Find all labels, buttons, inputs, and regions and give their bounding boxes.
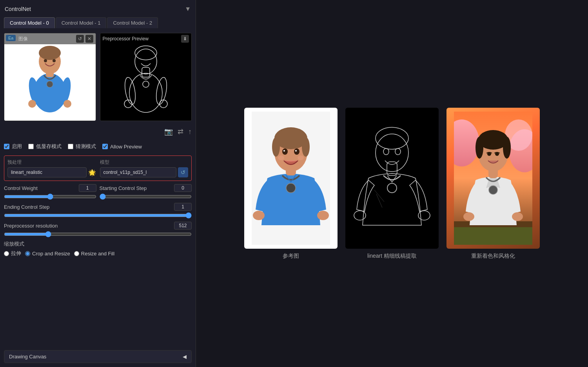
result-art-content xyxy=(446,108,540,249)
tab-control-model-0[interactable]: Control Model - 0 xyxy=(4,17,55,28)
crop-radio[interactable]: Crop and Resize xyxy=(25,250,70,257)
result-item-0: 参考图 xyxy=(244,108,338,260)
scale-mode-radio-group: 拉伸 Crop and Resize Resize and Fill xyxy=(4,250,192,257)
preview-image-box: Preprocessor Preview ⬇ xyxy=(100,33,192,121)
crop-radio-input[interactable] xyxy=(25,251,30,256)
model-col: 模型 control_v11p_sd15_l ↺ xyxy=(100,159,189,177)
fire-icon[interactable]: 🌟 xyxy=(88,169,96,176)
input-image-content[interactable] xyxy=(4,33,96,121)
svg-point-60 xyxy=(495,152,499,156)
result-sketch-content xyxy=(345,108,439,249)
control-weight-value[interactable]: 1 xyxy=(79,184,96,192)
tab-control-model-2[interactable]: Control Model - 2 xyxy=(107,17,158,28)
camera-icon[interactable]: 📷 xyxy=(164,127,173,136)
input-image-header: Ea 图像 ↺ ✕ xyxy=(4,33,96,44)
model-label: 模型 xyxy=(100,159,189,166)
left-panel: ControlNet ▼ Control Model - 0 Control M… xyxy=(0,0,196,367)
drawing-canvas-icon: ◀ xyxy=(183,354,187,360)
panel-header: ControlNet ▼ xyxy=(4,4,192,14)
preview-image-header: Preprocessor Preview ⬇ xyxy=(100,33,192,44)
panel-collapse-icon[interactable]: ▼ xyxy=(185,5,191,13)
result-label-1: lineart 精细线稿提取 xyxy=(367,253,417,260)
upload-icon[interactable]: ↑ xyxy=(188,128,192,136)
starting-step-value[interactable]: 0 xyxy=(174,184,192,192)
enable-checkbox-input[interactable] xyxy=(4,144,9,149)
drawing-canvas-label: Drawing Canvas xyxy=(9,354,46,360)
result-photo-content xyxy=(244,108,338,249)
svg-point-19 xyxy=(143,81,149,87)
svg-point-10 xyxy=(47,81,53,87)
ending-step-header: Ending Control Step 1 xyxy=(4,203,192,211)
stretch-radio-input[interactable] xyxy=(4,251,9,256)
guess-mode-checkbox-input[interactable] xyxy=(68,144,73,149)
svg-point-30 xyxy=(282,148,288,155)
enable-checkbox[interactable]: 启用 xyxy=(4,143,22,150)
resolution-slider[interactable] xyxy=(4,231,192,237)
input-image-box: Ea 图像 ↺ ✕ xyxy=(4,33,96,121)
svg-point-3 xyxy=(28,100,36,108)
low-vram-checkbox-input[interactable] xyxy=(28,144,34,149)
model-select-wrapper: control_v11p_sd15_l ↺ xyxy=(100,167,189,177)
preprocessor-select-wrapper: lineart_realistic 🌟 xyxy=(7,167,96,177)
ending-step-label: Ending Control Step xyxy=(4,204,49,210)
control-weight-slider[interactable] xyxy=(4,193,96,200)
result-item-1: lineart 精细线稿提取 xyxy=(345,108,439,260)
svg-point-34 xyxy=(286,183,296,193)
svg-point-32 xyxy=(283,150,285,152)
drawing-canvas-bar[interactable]: Drawing Canvas ◀ xyxy=(4,350,192,363)
starting-step-slider[interactable] xyxy=(100,193,192,200)
svg-point-17 xyxy=(135,49,157,74)
result-item-2: 重新着色和风格化 xyxy=(446,108,540,260)
swap-icon[interactable]: ⇄ xyxy=(178,127,183,136)
image-row: Ea 图像 ↺ ✕ xyxy=(4,33,192,121)
panel-title: ControlNet xyxy=(5,6,31,12)
svg-point-27 xyxy=(302,137,310,157)
preprocessor-label: 预处理 xyxy=(7,159,96,166)
resolution-label: Preprocessor resolution xyxy=(4,223,58,229)
tab-control-model-1[interactable]: Control Model - 1 xyxy=(56,17,107,28)
svg-point-22 xyxy=(317,211,329,220)
close-image-btn[interactable]: ✕ xyxy=(85,35,93,43)
ending-step-row: Ending Control Step 1 xyxy=(4,203,192,219)
results-row: 参考图 xyxy=(244,108,540,260)
result-sketch-svg xyxy=(353,112,431,245)
svg-point-59 xyxy=(487,152,491,156)
svg-rect-51 xyxy=(454,227,532,245)
resolution-row: Preprocessor resolution 512 xyxy=(4,222,192,237)
allow-preview-checkbox-input[interactable] xyxy=(102,144,108,149)
starting-step-col: Starting Control Step 0 xyxy=(100,184,192,200)
tabs-row: Control Model - 0 Control Model - 1 Cont… xyxy=(4,17,192,28)
download-preview-btn[interactable]: ⬇ xyxy=(181,35,189,43)
allow-preview-checkbox[interactable]: Allow Preview xyxy=(102,144,142,150)
result-image-1 xyxy=(345,108,439,249)
model-select[interactable]: control_v11p_sd15_l xyxy=(100,167,177,177)
preprocessor-select[interactable]: lineart_realistic xyxy=(7,167,87,177)
guess-mode-checkbox[interactable]: 猜测模式 xyxy=(68,143,96,150)
result-nurse-svg xyxy=(252,112,330,245)
starting-step-header: Starting Control Step 0 xyxy=(100,184,192,192)
preprocessor-col: 预处理 lineart_realistic 🌟 xyxy=(7,159,96,177)
result-label-2: 重新着色和风格化 xyxy=(471,253,515,260)
model-refresh-btn[interactable]: ↺ xyxy=(178,167,188,177)
ending-step-slider[interactable] xyxy=(4,212,192,219)
fill-radio[interactable]: Resize and Fill xyxy=(74,250,114,257)
refresh-image-btn[interactable]: ↺ xyxy=(76,35,84,43)
svg-point-7 xyxy=(39,46,61,60)
nurse-photo-svg xyxy=(24,38,75,116)
starting-step-label: Starting Control Step xyxy=(100,185,147,191)
svg-point-61 xyxy=(489,186,497,194)
svg-point-31 xyxy=(294,148,299,155)
stretch-radio[interactable]: 拉伸 xyxy=(4,250,21,257)
low-vram-checkbox[interactable]: 低显存模式 xyxy=(28,143,62,150)
control-weight-header: Control Weight 1 xyxy=(4,184,96,192)
svg-point-29 xyxy=(298,155,304,160)
ending-step-value[interactable]: 1 xyxy=(174,203,192,211)
right-panel: 参考图 xyxy=(196,0,588,367)
svg-point-4 xyxy=(64,100,71,108)
ea-badge: Ea xyxy=(6,35,16,41)
fill-radio-input[interactable] xyxy=(74,251,79,256)
svg-point-33 xyxy=(295,150,297,152)
resolution-value[interactable]: 512 xyxy=(174,222,192,230)
svg-point-57 xyxy=(475,137,483,159)
svg-point-53 xyxy=(512,212,523,221)
